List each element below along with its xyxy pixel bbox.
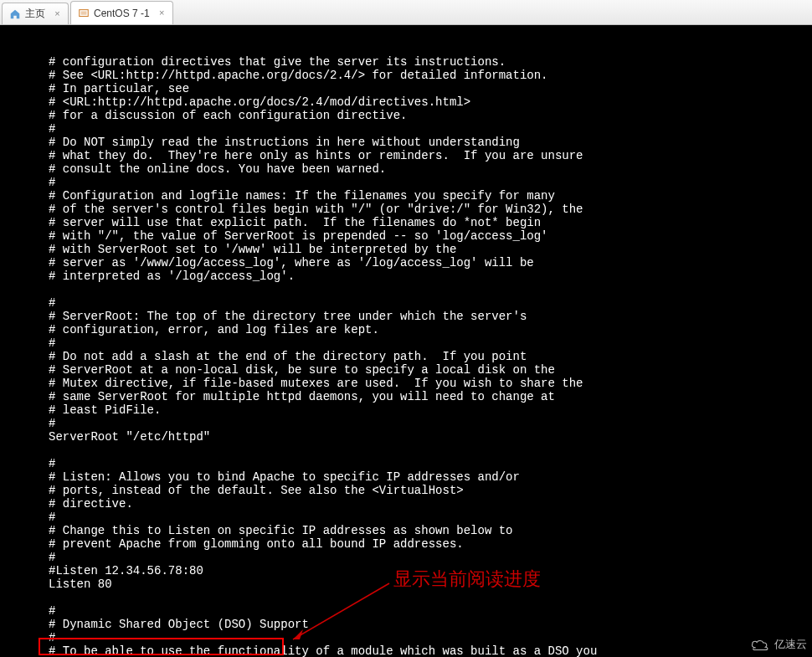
terminal-line (0, 591, 812, 604)
terminal-line: Listen 80 (0, 577, 812, 591)
terminal-line: # server as '/www/log/access_log', where… (0, 256, 812, 269)
svg-rect-1 (81, 11, 87, 14)
terminal-line: # Configuration and logfile names: If th… (0, 189, 812, 203)
terminal-line: # (0, 122, 812, 136)
terminal-line (0, 444, 812, 457)
terminal-line: # of the server's control files begin wi… (0, 203, 812, 216)
tab-centos[interactable]: CentOS 7 -1 × (70, 1, 173, 24)
tab-label: CentOS 7 -1 (94, 8, 150, 19)
terminal-line: # same ServerRoot for multiple httpd dae… (0, 390, 812, 403)
terminal-line: # prevent Apache from glomming onto all … (0, 537, 812, 551)
terminal-line: # interpreted as '/log/access_log'. (0, 269, 812, 283)
terminal-line: # ports, instead of the default. See als… (0, 484, 812, 497)
terminal-line (0, 283, 812, 296)
terminal-line: # Mutex directive, if file-based mutexes… (0, 377, 812, 390)
terminal-line: # Listen: Allows you to bind Apache to s… (0, 470, 812, 484)
terminal-line: # (0, 296, 812, 310)
terminal-line: # consult the online docs. You have been… (0, 162, 812, 176)
home-icon (9, 8, 21, 20)
terminal-line: # with ServerRoot set to '/www' will be … (0, 243, 812, 256)
terminal-viewport[interactable]: # configuration directives that give the… (0, 25, 812, 657)
close-icon[interactable]: × (157, 8, 167, 18)
tab-bar: 主页 × CentOS 7 -1 × (0, 0, 812, 25)
terminal-line: # server will use that explicit path. If… (0, 216, 812, 229)
terminal-line: # with "/", the value of ServerRoot is p… (0, 229, 812, 243)
terminal-line: # ServerRoot at a non-local disk, be sur… (0, 363, 812, 377)
terminal-line: # Do NOT simply read the instructions in… (0, 136, 812, 149)
terminal-line: # (0, 417, 812, 430)
terminal-line: # See <URL:http://httpd.apache.org/docs/… (0, 69, 812, 82)
terminal-line: # Dynamic Shared Object (DSO) Support (0, 618, 812, 631)
terminal-line: # <URL:http://httpd.apache.org/docs/2.4/… (0, 95, 812, 109)
terminal-line: # To be able to use the functionality of… (0, 644, 812, 657)
terminal-line: # least PidFile. (0, 403, 812, 417)
terminal-line: # (0, 457, 812, 470)
terminal-line: #Listen 12.34.56.78:80 (0, 564, 812, 577)
close-icon[interactable]: × (52, 8, 63, 19)
terminal-line: # ServerRoot: The top of the directory t… (0, 310, 812, 323)
terminal-line: # configuration, error, and log files ar… (0, 323, 812, 336)
terminal-line: # (0, 631, 812, 644)
terminal-line: # directive. (0, 497, 812, 511)
terminal-line: # In particular, see (0, 82, 812, 95)
terminal-line: ServerRoot "/etc/httpd" (0, 430, 812, 444)
terminal-line: # configuration directives that give the… (0, 55, 812, 69)
vm-icon (78, 8, 90, 19)
terminal-line: # (0, 551, 812, 564)
terminal-line: # (0, 176, 812, 189)
terminal-line: # for a discussion of each configuration… (0, 109, 812, 122)
terminal-line: # (0, 604, 812, 618)
terminal-line: # (0, 511, 812, 524)
tab-label: 主页 (25, 7, 45, 21)
terminal-line: # what they do. They're here only as hin… (0, 149, 812, 162)
terminal-line: # (0, 336, 812, 350)
terminal-line: # Change this to Listen on specific IP a… (0, 524, 812, 537)
terminal-line: # Do not add a slash at the end of the d… (0, 350, 812, 363)
tab-home[interactable]: 主页 × (2, 3, 69, 24)
